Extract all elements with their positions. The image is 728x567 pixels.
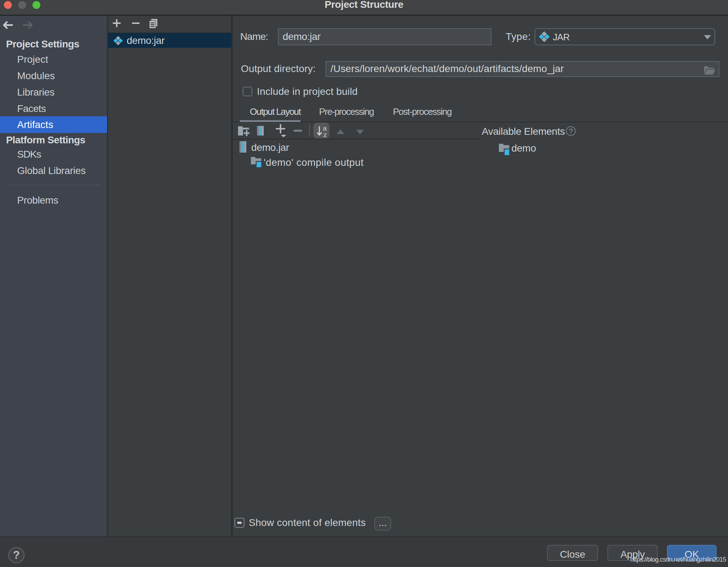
svg-text:z: z xyxy=(323,131,327,138)
